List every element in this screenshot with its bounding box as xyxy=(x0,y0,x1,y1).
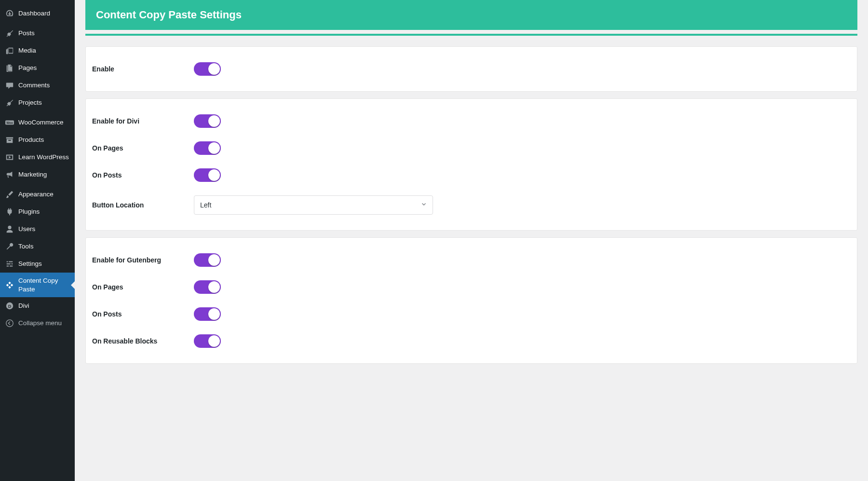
row-gutenberg-on-pages: On Pages xyxy=(91,274,852,301)
sidebar-item-comments[interactable]: Comments xyxy=(0,77,75,94)
sidebar-item-projects[interactable]: Projects xyxy=(0,94,75,111)
sidebar-item-products[interactable]: Products xyxy=(0,131,75,149)
admin-sidebar: Dashboard Posts Media Pages Comments Pro… xyxy=(0,0,75,481)
label-divi-on-posts: On Posts xyxy=(91,171,194,179)
toggle-enable[interactable] xyxy=(194,62,221,76)
sidebar-item-label: Media xyxy=(18,46,36,55)
sidebar-item-label: WooCommerce xyxy=(18,118,64,127)
sidebar-item-label: Users xyxy=(18,225,35,234)
sidebar-item-label: Content Copy Paste xyxy=(18,276,70,293)
megaphone-icon xyxy=(5,170,14,179)
label-gutenberg-on-reusable: On Reusable Blocks xyxy=(91,337,194,345)
sidebar-item-label: Pages xyxy=(18,64,37,72)
label-gutenberg-on-pages: On Pages xyxy=(91,283,194,291)
row-enable-divi: Enable for Divi xyxy=(91,108,852,135)
sidebar-item-users[interactable]: Users xyxy=(0,220,75,238)
divi-icon: D xyxy=(5,301,14,311)
wrench-icon xyxy=(5,242,14,251)
row-enable: Enable xyxy=(91,55,852,82)
sidebar-item-divi[interactable]: D Divi xyxy=(0,297,75,315)
toggle-enable-divi[interactable] xyxy=(194,114,221,128)
sidebar-item-posts[interactable]: Posts xyxy=(0,25,75,42)
sidebar-item-label: Dashboard xyxy=(18,9,50,18)
sidebar-item-dashboard[interactable]: Dashboard xyxy=(0,5,75,22)
sidebar-item-label: Learn WordPress xyxy=(18,153,69,162)
pushpin-icon xyxy=(5,28,14,38)
toggle-gutenberg-on-posts[interactable] xyxy=(194,307,221,321)
sidebar-item-label: Divi xyxy=(18,302,29,310)
label-enable: Enable xyxy=(91,65,194,73)
sidebar-item-label: Settings xyxy=(18,260,42,268)
row-divi-on-pages: On Pages xyxy=(91,135,852,162)
sidebar-item-label: Products xyxy=(18,136,44,144)
page-title: Content Copy Paste Settings xyxy=(85,0,857,30)
page-icon xyxy=(5,63,14,73)
toggle-gutenberg-on-reusable[interactable] xyxy=(194,334,221,348)
svg-text:D: D xyxy=(8,304,12,309)
sidebar-item-media[interactable]: Media xyxy=(0,42,75,59)
sidebar-item-appearance[interactable]: Appearance xyxy=(0,186,75,203)
brush-icon xyxy=(5,190,14,199)
label-gutenberg-on-posts: On Posts xyxy=(91,310,194,318)
sidebar-item-plugins[interactable]: Plugins xyxy=(0,203,75,220)
diamond-icon xyxy=(5,280,14,290)
sidebar-item-pages[interactable]: Pages xyxy=(0,59,75,77)
user-icon xyxy=(5,224,14,234)
label-divi-on-pages: On Pages xyxy=(91,144,194,152)
plug-icon xyxy=(5,207,14,217)
panel-gutenberg: Enable for Gutenberg On Pages On Posts O… xyxy=(85,237,857,364)
toggle-divi-on-posts[interactable] xyxy=(194,168,221,182)
comments-icon xyxy=(5,81,14,90)
svg-text:Woo: Woo xyxy=(6,121,13,124)
video-icon xyxy=(5,152,14,162)
archive-icon xyxy=(5,135,14,145)
sidebar-item-settings[interactable]: Settings xyxy=(0,255,75,273)
header-accent-bar xyxy=(85,34,857,36)
main-content: Content Copy Paste Settings Enable Enabl… xyxy=(75,0,868,481)
sidebar-item-collapse-menu[interactable]: Collapse menu xyxy=(0,315,75,332)
toggle-enable-gutenberg[interactable] xyxy=(194,253,221,267)
panel-divi: Enable for Divi On Pages On Posts Button… xyxy=(85,98,857,231)
sidebar-item-label: Appearance xyxy=(18,190,54,199)
woocommerce-icon: Woo xyxy=(5,118,14,127)
sidebar-item-label: Posts xyxy=(18,29,35,38)
row-button-location: Button Location Left xyxy=(91,189,852,221)
sliders-icon xyxy=(5,259,14,269)
row-enable-gutenberg: Enable for Gutenberg xyxy=(91,247,852,274)
label-button-location: Button Location xyxy=(91,201,194,209)
sidebar-item-label: Tools xyxy=(18,242,34,251)
row-gutenberg-on-posts: On Posts xyxy=(91,301,852,328)
row-divi-on-posts: On Posts xyxy=(91,162,852,189)
sidebar-item-label: Collapse menu xyxy=(18,319,62,328)
sidebar-item-label: Projects xyxy=(18,98,42,107)
media-icon xyxy=(5,46,14,55)
sidebar-item-tools[interactable]: Tools xyxy=(0,238,75,255)
chevron-left-circle-icon xyxy=(5,318,14,328)
panel-enable: Enable xyxy=(85,46,857,92)
sidebar-item-label: Marketing xyxy=(18,170,47,179)
toggle-gutenberg-on-pages[interactable] xyxy=(194,280,221,294)
sidebar-item-learn-wordpress[interactable]: Learn WordPress xyxy=(0,149,75,166)
sidebar-item-marketing[interactable]: Marketing xyxy=(0,166,75,183)
select-button-location-wrap: Left xyxy=(194,195,433,215)
sidebar-item-label: Plugins xyxy=(18,207,40,216)
select-button-location[interactable]: Left xyxy=(194,195,433,215)
sidebar-item-woocommerce[interactable]: Woo WooCommerce xyxy=(0,114,75,131)
sidebar-item-content-copy-paste[interactable]: Content Copy Paste xyxy=(0,273,75,297)
toggle-divi-on-pages[interactable] xyxy=(194,141,221,155)
label-enable-divi: Enable for Divi xyxy=(91,117,194,125)
sidebar-item-label: Comments xyxy=(18,81,50,90)
row-gutenberg-on-reusable: On Reusable Blocks xyxy=(91,328,852,355)
dashboard-icon xyxy=(5,9,14,18)
label-enable-gutenberg: Enable for Gutenberg xyxy=(91,256,194,264)
pushpin-icon xyxy=(5,98,14,108)
svg-point-4 xyxy=(6,320,13,327)
